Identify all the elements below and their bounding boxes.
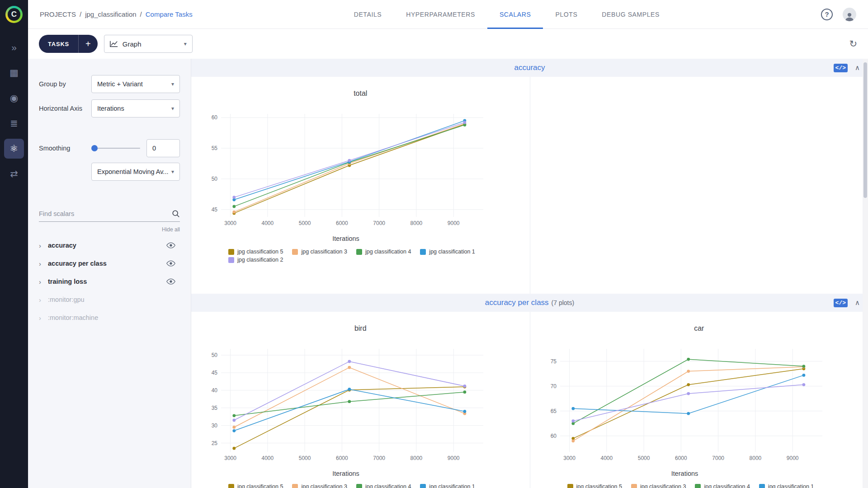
- smoothing-slider[interactable]: [91, 145, 140, 151]
- chart-title: bird: [191, 324, 530, 333]
- charts-area: accuracy </> ∧ total 3000400050006000700…: [191, 59, 868, 488]
- chevron-down-icon: ▾: [171, 105, 174, 112]
- smoothing-value-input[interactable]: [146, 139, 180, 157]
- svg-text:9000: 9000: [448, 220, 460, 226]
- legend-label: jpg classification 1: [768, 483, 814, 488]
- legend-swatch: [695, 484, 701, 488]
- scalar-row-accuracy-per-class[interactable]: › accuracy per class: [39, 254, 180, 272]
- search-icon[interactable]: [172, 210, 180, 218]
- refresh-icon[interactable]: ↻: [849, 38, 857, 49]
- embed-code-icon[interactable]: </>: [834, 299, 848, 307]
- toolbar: TASKS + Graph ▾ ↻: [28, 29, 868, 59]
- svg-text:6000: 6000: [675, 455, 687, 461]
- group-by-value: Metric + Variant: [97, 80, 171, 88]
- embed-code-icon[interactable]: </>: [834, 64, 848, 72]
- legend-item[interactable]: jpg classification 3: [292, 483, 347, 488]
- legend-item[interactable]: jpg classification 4: [695, 483, 750, 488]
- eye-icon[interactable]: [166, 260, 175, 267]
- datasets-icon[interactable]: ≣: [4, 113, 24, 133]
- svg-text:5000: 5000: [637, 455, 650, 461]
- tab-plots[interactable]: PLOTS: [543, 0, 590, 29]
- tab-debug-samples[interactable]: DEBUG SAMPLES: [590, 0, 672, 29]
- legend-item[interactable]: jpg classification 2: [228, 257, 283, 263]
- scrollbar-thumb[interactable]: [863, 62, 867, 198]
- legend-swatch: [292, 484, 298, 488]
- legend-item[interactable]: jpg classification 3: [292, 249, 347, 255]
- group-by-select[interactable]: Metric + Variant ▾: [91, 75, 180, 93]
- legend-label: jpg classification 4: [365, 249, 411, 255]
- horizontal-axis-select[interactable]: Iterations ▾: [91, 99, 180, 117]
- smoothing-type-select[interactable]: Exponential Moving Av... ▾: [91, 163, 180, 181]
- chevron-right-icon[interactable]: ›: [39, 260, 48, 267]
- legend-swatch: [228, 249, 234, 255]
- scalar-row-monitor-gpu[interactable]: › :monitor:gpu: [39, 291, 180, 309]
- legend-item[interactable]: jpg classification 1: [420, 249, 475, 255]
- slider-knob[interactable]: [91, 145, 98, 151]
- help-icon[interactable]: ?: [821, 9, 833, 20]
- chevron-right-icon[interactable]: ›: [39, 242, 48, 249]
- line-chart-bird[interactable]: 3000400050006000700080009000253035404550: [201, 344, 530, 467]
- getting-started-icon[interactable]: »: [4, 38, 24, 57]
- tab-details[interactable]: DETAILS: [342, 0, 394, 29]
- legend-item[interactable]: jpg classification 4: [356, 483, 411, 488]
- chart-card-car: car 300040005000600070008000900060657075…: [530, 312, 868, 488]
- scalar-label: accuracy: [48, 242, 166, 249]
- scalar-row-monitor-machine[interactable]: › :monitor:machine: [39, 309, 180, 327]
- search-input[interactable]: [39, 210, 172, 217]
- legend-item[interactable]: jpg classification 5: [228, 249, 283, 255]
- svg-text:8000: 8000: [749, 455, 761, 461]
- svg-text:45: 45: [212, 206, 218, 213]
- svg-text:9000: 9000: [448, 455, 460, 461]
- breadcrumb-project[interactable]: jpg_classification: [85, 10, 136, 18]
- legend-label: jpg classification 5: [576, 483, 622, 488]
- line-chart-total[interactable]: 300040005000600070008000900045505560: [201, 109, 530, 232]
- scalars-control-panel: Group by Metric + Variant ▾ Horizontal A…: [28, 59, 191, 488]
- projects-icon[interactable]: ◉: [4, 88, 24, 108]
- legend-label: jpg classification 1: [429, 249, 475, 255]
- tab-scalars[interactable]: SCALARS: [487, 0, 543, 29]
- legend-swatch: [420, 249, 426, 255]
- chart-title: car: [530, 324, 868, 333]
- legend-swatch: [420, 484, 426, 488]
- chart-icon: [110, 40, 118, 47]
- tasks-button[interactable]: TASKS +: [39, 35, 98, 53]
- pipelines-icon[interactable]: ⇄: [4, 164, 24, 184]
- legend-item[interactable]: jpg classification 1: [759, 483, 814, 488]
- legend-item[interactable]: jpg classification 3: [631, 483, 686, 488]
- legend-swatch: [228, 257, 234, 263]
- eye-icon[interactable]: [166, 278, 175, 285]
- collapse-section-icon[interactable]: ∧: [855, 64, 860, 72]
- line-chart-car[interactable]: 300040005000600070008000900060657075: [540, 344, 868, 467]
- chevron-right-icon[interactable]: ›: [39, 278, 48, 286]
- view-mode-select[interactable]: Graph ▾: [104, 35, 193, 53]
- legend-label: jpg classification 3: [640, 483, 686, 488]
- legend-item[interactable]: jpg classification 5: [567, 483, 622, 488]
- svg-text:50: 50: [212, 176, 218, 182]
- hide-all-link[interactable]: Hide all: [39, 226, 180, 233]
- legend-item[interactable]: jpg classification 4: [356, 249, 411, 255]
- breadcrumb-projects[interactable]: PROJECTS: [40, 10, 76, 18]
- x-axis-label: Iterations: [540, 470, 830, 477]
- tab-hyperparameters[interactable]: HYPERPARAMETERS: [394, 0, 487, 29]
- section-title: accuracy: [514, 63, 545, 72]
- legend-item[interactable]: jpg classification 5: [228, 483, 283, 488]
- legend-swatch: [356, 484, 362, 488]
- dashboard-icon[interactable]: ▦: [4, 63, 24, 83]
- section-accuracy: accuracy </> ∧ total 3000400050006000700…: [191, 59, 868, 294]
- breadcrumb-page: Compare Tasks: [146, 10, 193, 18]
- clearml-logo-icon[interactable]: [5, 6, 23, 23]
- legend-item[interactable]: jpg classification 1: [420, 483, 475, 488]
- user-avatar[interactable]: [843, 8, 856, 21]
- scrollbar-track[interactable]: [863, 59, 868, 488]
- scalar-row-accuracy[interactable]: › accuracy: [39, 236, 180, 254]
- experiments-icon[interactable]: ⚛: [4, 139, 24, 159]
- svg-text:7000: 7000: [373, 220, 385, 226]
- chevron-right-icon[interactable]: ›: [39, 296, 48, 304]
- collapse-section-icon[interactable]: ∧: [855, 299, 860, 307]
- eye-icon[interactable]: [166, 242, 175, 249]
- chevron-right-icon[interactable]: ›: [39, 314, 48, 322]
- scalar-row-training-loss[interactable]: › training loss: [39, 272, 180, 291]
- legend-swatch: [567, 484, 573, 488]
- add-task-button[interactable]: +: [78, 35, 98, 53]
- chevron-down-icon: ▾: [171, 169, 174, 175]
